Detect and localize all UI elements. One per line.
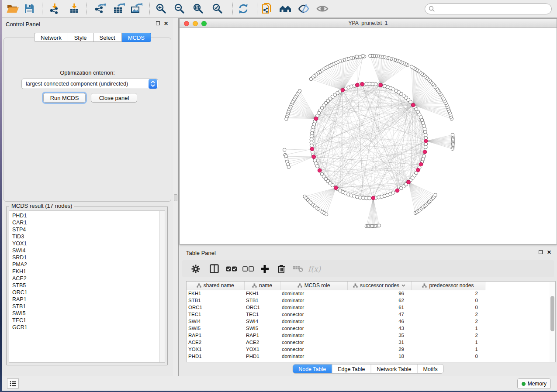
mcds-result-item[interactable]: YOX1 xyxy=(12,240,165,247)
zoom-selected-icon[interactable] xyxy=(209,1,226,17)
tab-select[interactable]: Select xyxy=(93,33,122,42)
tab-mcds[interactable]: MCDS xyxy=(122,33,151,42)
control-panel-titlebar: Control Panel ✕ xyxy=(2,18,173,30)
mcds-result-item[interactable]: TID3 xyxy=(12,233,165,240)
open-file-icon[interactable] xyxy=(4,1,21,17)
tab-edge-table[interactable]: Edge Table xyxy=(332,364,370,373)
tab-network-table[interactable]: Network Table xyxy=(371,364,417,373)
share-document-icon[interactable] xyxy=(259,1,275,17)
export-image-icon[interactable] xyxy=(128,1,145,17)
column-header-predecessor-nodes[interactable]: predecessor nodes xyxy=(411,282,485,290)
table-cell: 0 xyxy=(411,297,485,304)
table-row[interactable]: STB1STB1dominator620 xyxy=(187,297,485,304)
close-table-panel-icon[interactable]: ✕ xyxy=(547,250,551,255)
table-row[interactable]: YOX1YOX1connector291 xyxy=(187,346,485,353)
search-field[interactable] xyxy=(425,3,552,14)
mcds-result-list[interactable]: PHD1CAR1STP4TID3YOX1SWI4SRD1PMA2FKH1ACE2… xyxy=(9,210,165,363)
hide-graphics-details-icon[interactable] xyxy=(295,1,312,17)
mcds-result-item[interactable]: STP4 xyxy=(12,226,165,233)
import-table-icon[interactable] xyxy=(66,1,83,17)
add-column-icon[interactable] xyxy=(256,261,273,276)
table-cell: 43 xyxy=(347,325,411,332)
delete-column-icon[interactable] xyxy=(273,261,290,276)
table-row[interactable]: TEC1TEC1connector472 xyxy=(187,311,485,318)
network-window-titlebar[interactable]: YPA_prune.txt_1 xyxy=(180,19,557,28)
table-cell: 2 xyxy=(411,332,485,339)
export-network-icon[interactable] xyxy=(92,1,108,17)
tab-node-table[interactable]: Node Table xyxy=(293,364,332,373)
table-cell: STB1 xyxy=(244,297,280,304)
mcds-list-scrollbar[interactable] xyxy=(159,211,165,362)
table-cell: FKH1 xyxy=(244,290,280,297)
mcds-result-item[interactable]: PHD1 xyxy=(12,212,165,219)
mcds-result-item[interactable]: RAP1 xyxy=(12,296,165,303)
table-cell: 18 xyxy=(347,353,411,360)
zoom-fit-icon[interactable] xyxy=(190,1,207,17)
window-minimize-icon[interactable] xyxy=(193,21,198,26)
panel-splitter[interactable] xyxy=(173,18,179,376)
import-network-icon[interactable] xyxy=(47,1,63,17)
close-panel-icon[interactable]: ✕ xyxy=(164,21,168,26)
show-column-icon[interactable] xyxy=(206,261,222,276)
save-session-icon[interactable] xyxy=(21,1,38,17)
column-header-shared-name[interactable]: shared name xyxy=(187,282,244,290)
search-input[interactable] xyxy=(435,6,551,12)
window-zoom-icon[interactable] xyxy=(201,21,207,26)
mcds-result-item[interactable]: STB1 xyxy=(12,303,165,310)
deselect-all-icon[interactable] xyxy=(240,261,256,276)
mcds-result-item[interactable]: SWI4 xyxy=(12,247,165,254)
table-row[interactable]: ORC1ORC1dominator610 xyxy=(187,304,485,311)
mcds-result-item[interactable]: SWI5 xyxy=(12,310,165,317)
table-cell: dominator xyxy=(280,297,347,304)
show-graphics-details-icon[interactable] xyxy=(314,1,331,17)
column-header-MCDS-role[interactable]: MCDS role xyxy=(280,282,347,290)
network-canvas[interactable] xyxy=(180,28,557,244)
mcds-result-item[interactable]: GCR1 xyxy=(12,324,165,331)
table-scrollbar-thumb[interactable] xyxy=(550,296,554,331)
tab-style[interactable]: Style xyxy=(68,33,93,42)
float-table-panel-icon[interactable] xyxy=(539,250,543,255)
node-table[interactable]: shared namenameMCDS rolesuccessor nodesp… xyxy=(186,281,556,362)
tab-network[interactable]: Network xyxy=(34,33,68,42)
home-pages-icon[interactable] xyxy=(277,1,294,17)
mcds-result-item[interactable]: CAR1 xyxy=(12,219,165,226)
table-scrollbar[interactable] xyxy=(550,282,555,362)
table-row[interactable]: RAP1RAP1dominator352 xyxy=(187,332,485,339)
select-all-icon[interactable] xyxy=(223,261,240,276)
memory-button[interactable]: Memory xyxy=(517,378,551,389)
tab-motifs[interactable]: Motifs xyxy=(417,364,443,373)
mcds-result-item[interactable]: ACE2 xyxy=(12,275,165,282)
column-header-name[interactable]: name xyxy=(244,282,280,290)
delete-table-icon[interactable] xyxy=(290,261,306,276)
mcds-result-item[interactable]: STB5 xyxy=(12,282,165,289)
table-cell: dominator xyxy=(280,318,347,325)
column-label: name xyxy=(259,282,272,289)
table-cell: SWI4 xyxy=(187,318,244,325)
criterion-dropdown[interactable]: largest connected component (undirected) xyxy=(21,79,158,89)
mcds-result-item[interactable]: SRD1 xyxy=(12,254,165,261)
table-row[interactable]: SWI4SWI4dominator462 xyxy=(187,318,485,325)
optimization-criterion-label: Optimization criterion: xyxy=(4,69,171,76)
export-table-icon[interactable] xyxy=(111,1,127,17)
zoom-out-icon[interactable] xyxy=(171,1,188,17)
table-row[interactable]: FKH1FKH1dominator962 xyxy=(187,290,485,297)
float-panel-icon[interactable] xyxy=(156,21,160,26)
table-row[interactable]: PHD1PHD1dominator180 xyxy=(187,353,485,360)
mcds-result-item[interactable]: ORC1 xyxy=(12,289,165,296)
run-mcds-button[interactable]: Run MCDS xyxy=(43,93,86,103)
zoom-in-icon[interactable] xyxy=(153,1,170,17)
settings-gear-icon[interactable] xyxy=(187,261,204,276)
mcds-result-item[interactable]: FKH1 xyxy=(12,268,165,275)
column-header-successor-nodes[interactable]: successor nodes xyxy=(347,282,411,290)
mcds-tab-content: Optimization criterion: largest connecte… xyxy=(3,38,171,202)
function-builder-icon[interactable]: f(x) xyxy=(308,265,321,273)
splitter-handle[interactable] xyxy=(174,194,177,201)
table-row[interactable]: ACE2ACE2connector311 xyxy=(187,339,485,346)
table-row[interactable]: SWI5SWI5connector431 xyxy=(187,325,485,332)
window-close-icon[interactable] xyxy=(184,21,189,26)
mcds-result-item[interactable]: TEC1 xyxy=(12,317,165,324)
close-panel-button[interactable]: Close panel xyxy=(91,93,137,103)
mcds-result-item[interactable]: PMA2 xyxy=(12,261,165,268)
task-history-icon[interactable] xyxy=(7,378,19,389)
refresh-icon[interactable] xyxy=(235,1,252,17)
